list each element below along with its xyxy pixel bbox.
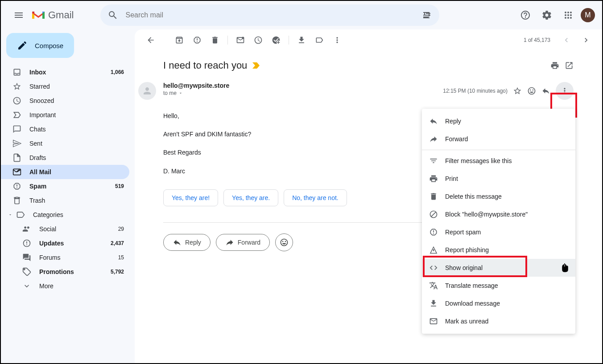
star-button[interactable] [513, 86, 522, 95]
search-bar[interactable] [100, 4, 439, 26]
sidebar: Compose Inbox1,066StarredSnoozedImportan… [1, 29, 135, 363]
report-spam-button[interactable] [188, 31, 206, 49]
menu-item-translate-message[interactable]: Translate message [422, 277, 575, 294]
search-input[interactable] [122, 11, 418, 19]
sidebar-item-all-mail[interactable]: All Mail [1, 165, 129, 179]
apps-icon[interactable] [559, 6, 577, 24]
sidebar-item-spam[interactable]: Spam519 [1, 179, 129, 193]
svg-rect-2 [423, 17, 430, 18]
spam-icon [12, 182, 21, 191]
sidebar-item-updates[interactable]: Updates2,437 [1, 236, 129, 250]
sidebar-item-snoozed[interactable]: Snoozed [1, 94, 129, 108]
menu-item-show-original[interactable]: Show original [422, 259, 575, 277]
svg-rect-1 [423, 15, 428, 16]
reply-icon-button[interactable] [541, 86, 550, 95]
svg-point-6 [242, 37, 244, 39]
emoji-icon [280, 238, 289, 247]
emoji-react-button[interactable] [527, 86, 536, 95]
more-options-menu: ReplyForwardFilter messages like thisPri… [422, 109, 575, 334]
sidebar-item-important[interactable]: Important [1, 108, 129, 122]
forward-button[interactable]: Forward [216, 234, 270, 251]
more-toolbar-button[interactable] [328, 31, 346, 49]
snooze-button[interactable] [249, 31, 267, 49]
all mail-icon [12, 168, 21, 176]
print-button[interactable] [550, 61, 559, 70]
reply-button[interactable]: Reply [163, 234, 211, 251]
important-icon [12, 110, 21, 119]
mark-unread-button[interactable] [231, 31, 249, 49]
delete-button[interactable] [206, 31, 224, 49]
categories-icon [16, 210, 25, 219]
updates-icon [22, 239, 31, 248]
sidebar-item-starred[interactable]: Starred [1, 79, 129, 94]
email-subject: I need to reach you [163, 60, 247, 71]
account-avatar[interactable]: M [581, 8, 595, 22]
cursor-icon [562, 263, 569, 272]
menu-item-reply[interactable]: Reply [422, 112, 575, 130]
email-toolbar: 1 of 45,173 [135, 29, 602, 51]
gmail-logo[interactable]: Gmail [31, 9, 74, 21]
sidebar-item-drafts[interactable]: Drafts [1, 151, 129, 165]
snoozed-icon [12, 96, 21, 105]
more-options-button[interactable] [556, 82, 574, 100]
menu-item-download-message[interactable]: Download message [422, 294, 575, 312]
inbox-icon [12, 68, 21, 77]
add-task-button[interactable] [267, 31, 285, 49]
sidebar-item-promotions[interactable]: Promotions5,792 [1, 265, 129, 279]
sidebar-item-categories[interactable]: Categories [1, 208, 129, 222]
more-icon [22, 282, 31, 290]
menu-item-report-spam[interactable]: Report spam [422, 223, 575, 241]
drafts-icon [12, 153, 21, 162]
menu-item-report-phishing[interactable]: Report phishing [422, 241, 575, 259]
sidebar-item-social[interactable]: Social29 [1, 222, 129, 236]
sent-icon [12, 139, 21, 148]
support-icon[interactable] [516, 6, 534, 24]
emoji-button[interactable] [275, 233, 293, 251]
archive-button[interactable] [170, 31, 188, 49]
sidebar-item-chats[interactable]: Chats [1, 122, 129, 136]
menu-item-delete-this-message[interactable]: Delete this message [422, 188, 575, 205]
promotions-icon [22, 267, 31, 276]
email-time: 12:15 PM (10 minutes ago) [443, 88, 508, 94]
sidebar-item-forums[interactable]: Forums15 [1, 250, 129, 265]
move-to-button[interactable] [293, 31, 310, 49]
menu-item-mark-as-unread[interactable]: Mark as unread [422, 312, 575, 330]
svg-rect-4 [428, 15, 430, 16]
sender-email: hello@mywpsite.store [163, 82, 443, 89]
open-new-window-button[interactable] [565, 61, 574, 70]
menu-item-block-hello-mywpsite-store-[interactable]: Block "hello@mywpsite.store" [422, 205, 575, 223]
search-icon[interactable] [104, 6, 122, 24]
sidebar-item-trash[interactable]: Trash [1, 193, 129, 208]
labels-button[interactable] [310, 31, 328, 49]
search-options-icon[interactable] [418, 6, 436, 24]
sidebar-item-sent[interactable]: Sent [1, 136, 129, 151]
menu-item-filter-messages-like-this[interactable]: Filter messages like this [422, 152, 575, 170]
trash-icon [12, 196, 21, 205]
settings-icon[interactable] [538, 6, 556, 24]
sender-avatar [138, 82, 156, 100]
main-menu-button[interactable] [8, 4, 29, 26]
sidebar-item-inbox[interactable]: Inbox1,066 [1, 65, 129, 79]
menu-item-print[interactable]: Print [422, 170, 575, 188]
svg-rect-0 [423, 12, 430, 13]
menu-item-forward[interactable]: Forward [422, 130, 575, 148]
smart-reply-button[interactable]: Yes, they are. [223, 189, 278, 206]
forums-icon [22, 253, 31, 262]
back-button[interactable] [142, 31, 160, 49]
important-marker-icon[interactable] [252, 62, 260, 69]
starred-icon [12, 82, 21, 91]
chats-icon [12, 125, 21, 134]
smart-reply-button[interactable]: Yes, they are! [163, 189, 218, 206]
newer-button[interactable] [558, 31, 575, 49]
pencil-icon [17, 40, 28, 51]
recipient-line[interactable]: to me [163, 90, 443, 96]
social-icon [22, 225, 31, 233]
compose-button[interactable]: Compose [6, 33, 74, 58]
sidebar-item-more[interactable]: More [1, 279, 129, 293]
older-button[interactable] [577, 31, 595, 49]
gmail-icon [31, 10, 45, 20]
pager-text: 1 of 45,173 [524, 37, 550, 43]
app-name: Gmail [48, 9, 74, 21]
smart-reply-button[interactable]: No, they are not. [284, 189, 347, 206]
chevron-down-icon [178, 91, 183, 95]
